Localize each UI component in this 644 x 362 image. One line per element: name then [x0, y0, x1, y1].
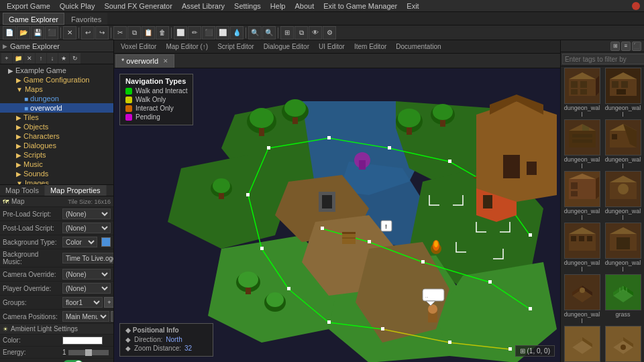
undo-button[interactable]: ↩	[81, 26, 95, 40]
tree-music[interactable]: ▶ Music	[0, 160, 113, 169]
tree-images[interactable]: ▼ Images	[0, 178, 113, 184]
grid-button[interactable]: ⊞	[280, 26, 294, 40]
bg-music-select[interactable]: Time To Live.ogg	[62, 253, 113, 263]
menu-quick-play[interactable]: Quick Play	[56, 0, 99, 12]
open-button[interactable]: 📂	[17, 26, 30, 40]
tree-overworld[interactable]: ■ overworld	[0, 103, 113, 113]
tile-item-dungeon-wall-4[interactable]: dungeon_wall	[603, 119, 643, 170]
cut-button[interactable]: ✂	[113, 26, 127, 40]
menu-export-game[interactable]: Export Game	[3, 0, 54, 12]
tile-item-dungeon-wall-9[interactable]: dungeon_wall	[562, 274, 602, 324]
menu-sound-fx[interactable]: Sound FX Generator	[100, 0, 176, 12]
fill-tool-button[interactable]: ⬛	[202, 26, 215, 40]
delete-button[interactable]: 🗑	[156, 26, 169, 40]
tile-item-dungeon-wall-8[interactable]: dungeon_wall	[603, 223, 643, 273]
tab-game-explorer[interactable]: Game Explorer	[3, 13, 64, 25]
menu-about[interactable]: About	[290, 0, 318, 12]
tree-maps[interactable]: ▼ Maps	[0, 84, 113, 94]
player-override-select[interactable]: (None)	[62, 283, 111, 294]
settings2-button[interactable]: ⚙	[323, 26, 336, 40]
filter-input[interactable]	[562, 54, 644, 64]
tree-game-config[interactable]: ▶ Game Configuration	[0, 75, 113, 84]
tree-objects[interactable]: ▶ Objects	[0, 122, 113, 131]
menu-help[interactable]: Help	[266, 0, 290, 12]
exp-down-btn[interactable]: ↓	[47, 53, 58, 64]
exp-refresh-btn[interactable]: ↻	[70, 53, 80, 64]
map-viewport[interactable]: ... ! Navigation Types	[114, 68, 560, 362]
redo-button[interactable]: ↪	[95, 26, 109, 40]
exp-new-btn[interactable]: +	[1, 53, 12, 64]
tab-dialogue-editor[interactable]: Dialogue Editor	[260, 41, 313, 53]
right-icon3[interactable]: ⬛	[632, 42, 641, 51]
tile-item-grass[interactable]: grass	[603, 274, 643, 324]
groups-select[interactable]: floor1	[62, 297, 103, 308]
group-add-btn[interactable]: +	[104, 297, 113, 308]
tile-item-dungeon-wall-2[interactable]: dungeon_wall	[603, 68, 643, 118]
tree-characters[interactable]: ▶ Characters	[0, 131, 113, 141]
camera-override-select[interactable]: (None)	[62, 269, 111, 280]
close-tab-icon[interactable]: ✕	[163, 54, 168, 68]
tree-dungeon[interactable]: ■ dungeon	[0, 94, 113, 103]
right-icon2[interactable]: ≡	[621, 42, 631, 51]
tab-documentation[interactable]: Documentation	[392, 41, 445, 53]
close-button[interactable]: ✕	[63, 26, 76, 40]
svg-marker-120	[610, 176, 637, 182]
menu-asset-library[interactable]: Asset Library	[178, 0, 229, 12]
close-window-icon[interactable]	[632, 2, 640, 10]
tab-voxel-editor[interactable]: Voxel Editor	[117, 41, 160, 53]
camera-pos-select[interactable]: Main Menu	[62, 311, 109, 322]
zoom-in-button[interactable]: 🔍	[248, 26, 262, 40]
menu-exit[interactable]: Exit	[402, 0, 423, 12]
tab-map-tools[interactable]: Map Tools	[0, 185, 45, 196]
tile-item-dungeon-wall-6[interactable]: dungeon_wall	[603, 171, 643, 221]
save-all-button[interactable]: ⬛	[45, 26, 58, 40]
tab-favorites[interactable]: Favorites	[65, 13, 107, 25]
visibility-button[interactable]: 👁	[309, 26, 322, 40]
svg-point-51	[284, 99, 306, 117]
tile-item-path-end[interactable]: path_end	[603, 326, 643, 362]
new-button[interactable]: 📄	[3, 26, 16, 40]
camera-add-btn[interactable]: +	[111, 311, 113, 322]
exp-delete-btn[interactable]: ✕	[24, 53, 35, 64]
layers-button[interactable]: ⧉	[294, 26, 308, 40]
pre-load-select[interactable]: (None)	[62, 208, 111, 219]
exp-star-btn[interactable]: ★	[58, 53, 69, 64]
bg-color-swatch[interactable]	[101, 237, 111, 247]
energy-value: 1	[62, 349, 66, 356]
tab-item-editor[interactable]: Item Editor	[350, 41, 390, 53]
exp-up-btn[interactable]: ↑	[36, 53, 46, 64]
exp-add-btn[interactable]: 📁	[13, 53, 23, 64]
tab-map-properties[interactable]: Map Properties	[45, 185, 107, 196]
select-tool-button[interactable]: ⬜	[174, 26, 187, 40]
tab-map-editor[interactable]: Map Editor (↑)	[162, 41, 212, 53]
paste-button[interactable]: 📋	[142, 26, 155, 40]
tree-dialogues[interactable]: ▶ Dialogues	[0, 141, 113, 150]
tree-scripts[interactable]: ▶ Scripts	[0, 150, 113, 160]
tree-tiles[interactable]: ▶ Tiles	[0, 113, 113, 122]
tree-example-game[interactable]: ▶ Example Game	[0, 66, 113, 75]
zoom-out-button[interactable]: 🔍	[262, 26, 276, 40]
tile-item-dungeon-wall-1[interactable]: dungeon_wall	[562, 68, 602, 118]
right-icon1[interactable]: ⊞	[610, 42, 620, 51]
tab-ui-editor[interactable]: UI Editor	[315, 41, 349, 53]
menu-exit-game-manager[interactable]: Exit to Game Manager	[319, 0, 401, 12]
tile-item-dungeon-wall-3[interactable]: dungeon_wall	[562, 119, 602, 170]
tile-item-dungeon-wall-5[interactable]: dungeon_wall	[562, 171, 602, 221]
energy-slider[interactable]	[68, 350, 109, 355]
copy-button[interactable]: ⧉	[127, 26, 141, 40]
menu-settings[interactable]: Settings	[230, 0, 265, 12]
tile-item-path[interactable]: path	[562, 326, 602, 362]
tile-label: grass	[615, 311, 630, 318]
eraser-tool-button[interactable]: ⬜	[216, 26, 229, 40]
paint-tool-button[interactable]: ✏	[188, 26, 201, 40]
open-file-overworld[interactable]: * overworld ✕	[115, 54, 174, 68]
svg-rect-102	[612, 81, 619, 88]
post-load-select[interactable]: (None)	[62, 223, 111, 233]
tile-item-dungeon-wall-7[interactable]: dungeon_wall	[562, 223, 602, 273]
eyedropper-button[interactable]: 💧	[230, 26, 244, 40]
save-button[interactable]: 💾	[31, 26, 44, 40]
tree-sounds[interactable]: ▶ Sounds	[0, 169, 113, 178]
tab-script-editor[interactable]: Script Editor	[213, 41, 258, 53]
bg-type-select[interactable]: Color	[62, 237, 97, 247]
ambient-color-swatch[interactable]	[62, 337, 103, 345]
